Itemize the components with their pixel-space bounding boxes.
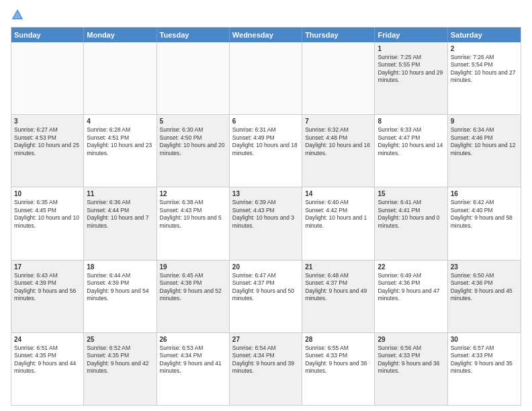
day-info: Sunrise: 6:53 AM Sunset: 4:34 PM Dayligh… <box>160 345 226 375</box>
day-number: 14 <box>305 189 371 198</box>
day-number: 29 <box>378 335 444 344</box>
day-cell-30: 30Sunrise: 6:57 AM Sunset: 4:33 PM Dayli… <box>448 333 521 405</box>
day-number: 27 <box>232 335 299 344</box>
day-cell-27: 27Sunrise: 6:54 AM Sunset: 4:34 PM Dayli… <box>230 333 302 405</box>
day-info: Sunrise: 6:50 AM Sunset: 4:36 PM Dayligh… <box>451 272 518 303</box>
day-cell-13: 13Sunrise: 6:39 AM Sunset: 4:43 PM Dayli… <box>230 187 302 259</box>
empty-cell-0-4 <box>302 42 375 114</box>
day-header-monday: Monday <box>84 28 157 42</box>
calendar: SundayMondayTuesdayWednesdayThursdayFrid… <box>11 27 521 406</box>
day-number: 30 <box>451 335 518 344</box>
empty-cell-0-0 <box>11 42 84 114</box>
day-info: Sunrise: 6:54 AM Sunset: 4:34 PM Dayligh… <box>232 345 299 375</box>
empty-cell-0-1 <box>84 42 157 114</box>
day-info: Sunrise: 7:25 AM Sunset: 5:55 PM Dayligh… <box>378 54 444 85</box>
calendar-row-2: 10Sunrise: 6:35 AM Sunset: 4:45 PM Dayli… <box>11 187 521 260</box>
logo-icon <box>11 8 24 21</box>
calendar-row-3: 17Sunrise: 6:43 AM Sunset: 4:39 PM Dayli… <box>11 261 521 333</box>
day-info: Sunrise: 6:41 AM Sunset: 4:41 PM Dayligh… <box>378 199 444 230</box>
day-number: 26 <box>160 335 226 344</box>
header <box>11 8 521 21</box>
day-number: 28 <box>305 335 371 344</box>
day-cell-19: 19Sunrise: 6:45 AM Sunset: 4:38 PM Dayli… <box>157 261 230 332</box>
page: SundayMondayTuesdayWednesdayThursdayFrid… <box>0 0 532 411</box>
day-number: 16 <box>451 189 518 198</box>
day-cell-16: 16Sunrise: 6:42 AM Sunset: 4:40 PM Dayli… <box>448 187 521 259</box>
day-info: Sunrise: 6:27 AM Sunset: 4:53 PM Dayligh… <box>14 126 81 157</box>
day-info: Sunrise: 6:38 AM Sunset: 4:43 PM Dayligh… <box>160 199 226 230</box>
day-header-saturday: Saturday <box>448 28 521 42</box>
day-info: Sunrise: 7:26 AM Sunset: 5:54 PM Dayligh… <box>451 54 518 85</box>
day-cell-26: 26Sunrise: 6:53 AM Sunset: 4:34 PM Dayli… <box>157 333 230 405</box>
empty-cell-0-2 <box>157 42 230 114</box>
day-number: 10 <box>14 189 81 198</box>
day-cell-24: 24Sunrise: 6:51 AM Sunset: 4:35 PM Dayli… <box>11 333 84 405</box>
day-number: 15 <box>378 189 444 198</box>
day-info: Sunrise: 6:57 AM Sunset: 4:33 PM Dayligh… <box>451 345 518 375</box>
day-cell-7: 7Sunrise: 6:32 AM Sunset: 4:48 PM Daylig… <box>302 115 375 187</box>
day-cell-28: 28Sunrise: 6:55 AM Sunset: 4:33 PM Dayli… <box>302 333 375 405</box>
day-cell-17: 17Sunrise: 6:43 AM Sunset: 4:39 PM Dayli… <box>11 261 84 332</box>
day-info: Sunrise: 6:43 AM Sunset: 4:39 PM Dayligh… <box>14 272 81 303</box>
day-info: Sunrise: 6:42 AM Sunset: 4:40 PM Dayligh… <box>451 199 518 230</box>
day-number: 8 <box>378 117 444 126</box>
day-cell-12: 12Sunrise: 6:38 AM Sunset: 4:43 PM Dayli… <box>157 187 230 259</box>
calendar-row-4: 24Sunrise: 6:51 AM Sunset: 4:35 PM Dayli… <box>11 333 521 405</box>
day-cell-14: 14Sunrise: 6:40 AM Sunset: 4:42 PM Dayli… <box>302 187 375 259</box>
day-cell-15: 15Sunrise: 6:41 AM Sunset: 4:41 PM Dayli… <box>375 187 447 259</box>
day-info: Sunrise: 6:39 AM Sunset: 4:43 PM Dayligh… <box>232 199 299 230</box>
day-number: 2 <box>451 44 518 53</box>
day-cell-3: 3Sunrise: 6:27 AM Sunset: 4:53 PM Daylig… <box>11 115 84 187</box>
calendar-row-0: 1Sunrise: 7:25 AM Sunset: 5:55 PM Daylig… <box>11 42 521 115</box>
day-number: 19 <box>160 263 226 271</box>
day-info: Sunrise: 6:51 AM Sunset: 4:35 PM Dayligh… <box>14 345 81 375</box>
day-info: Sunrise: 6:48 AM Sunset: 4:37 PM Dayligh… <box>305 272 371 303</box>
calendar-row-1: 3Sunrise: 6:27 AM Sunset: 4:53 PM Daylig… <box>11 115 521 187</box>
day-header-tuesday: Tuesday <box>157 28 230 42</box>
empty-cell-0-3 <box>230 42 302 114</box>
day-header-wednesday: Wednesday <box>230 28 302 42</box>
day-cell-22: 22Sunrise: 6:49 AM Sunset: 4:36 PM Dayli… <box>375 261 447 332</box>
day-cell-5: 5Sunrise: 6:30 AM Sunset: 4:50 PM Daylig… <box>157 115 230 187</box>
day-number: 17 <box>14 263 81 271</box>
day-info: Sunrise: 6:55 AM Sunset: 4:33 PM Dayligh… <box>305 345 371 375</box>
calendar-body: 1Sunrise: 7:25 AM Sunset: 5:55 PM Daylig… <box>11 42 521 405</box>
day-number: 6 <box>232 117 299 126</box>
day-number: 3 <box>14 117 81 126</box>
day-cell-29: 29Sunrise: 6:56 AM Sunset: 4:33 PM Dayli… <box>375 333 447 405</box>
day-cell-21: 21Sunrise: 6:48 AM Sunset: 4:37 PM Dayli… <box>302 261 375 332</box>
day-cell-20: 20Sunrise: 6:47 AM Sunset: 4:37 PM Dayli… <box>230 261 302 332</box>
day-header-thursday: Thursday <box>302 28 375 42</box>
day-number: 21 <box>305 263 371 271</box>
day-info: Sunrise: 6:40 AM Sunset: 4:42 PM Dayligh… <box>305 199 371 230</box>
day-cell-1: 1Sunrise: 7:25 AM Sunset: 5:55 PM Daylig… <box>375 42 447 114</box>
day-header-sunday: Sunday <box>11 28 84 42</box>
day-cell-9: 9Sunrise: 6:34 AM Sunset: 4:46 PM Daylig… <box>448 115 521 187</box>
day-number: 25 <box>87 335 153 344</box>
day-cell-10: 10Sunrise: 6:35 AM Sunset: 4:45 PM Dayli… <box>11 187 84 259</box>
day-number: 7 <box>305 117 371 126</box>
day-info: Sunrise: 6:31 AM Sunset: 4:49 PM Dayligh… <box>232 126 299 157</box>
day-number: 24 <box>14 335 81 344</box>
day-info: Sunrise: 6:35 AM Sunset: 4:45 PM Dayligh… <box>14 199 81 230</box>
day-number: 11 <box>87 189 153 198</box>
day-header-friday: Friday <box>375 28 447 42</box>
day-number: 23 <box>451 263 518 271</box>
day-cell-18: 18Sunrise: 6:44 AM Sunset: 4:39 PM Dayli… <box>84 261 157 332</box>
day-cell-11: 11Sunrise: 6:36 AM Sunset: 4:44 PM Dayli… <box>84 187 157 259</box>
day-cell-8: 8Sunrise: 6:33 AM Sunset: 4:47 PM Daylig… <box>375 115 447 187</box>
day-info: Sunrise: 6:30 AM Sunset: 4:50 PM Dayligh… <box>160 126 226 157</box>
day-info: Sunrise: 6:32 AM Sunset: 4:48 PM Dayligh… <box>305 126 371 157</box>
day-number: 4 <box>87 117 153 126</box>
logo <box>11 8 30 21</box>
day-info: Sunrise: 6:45 AM Sunset: 4:38 PM Dayligh… <box>160 272 226 303</box>
day-number: 5 <box>160 117 226 126</box>
day-number: 20 <box>232 263 299 271</box>
day-info: Sunrise: 6:49 AM Sunset: 4:36 PM Dayligh… <box>378 272 444 303</box>
day-number: 22 <box>378 263 444 271</box>
day-info: Sunrise: 6:47 AM Sunset: 4:37 PM Dayligh… <box>232 272 299 303</box>
day-info: Sunrise: 6:28 AM Sunset: 4:51 PM Dayligh… <box>87 126 153 157</box>
day-number: 12 <box>160 189 226 198</box>
day-number: 18 <box>87 263 153 271</box>
day-number: 13 <box>232 189 299 198</box>
